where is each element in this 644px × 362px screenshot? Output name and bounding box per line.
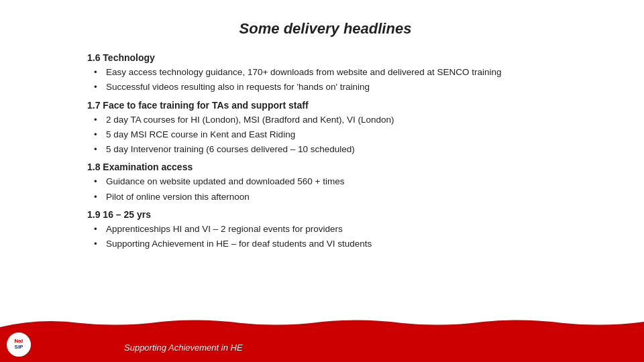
slide-title: Some delivery headlines — [87, 20, 564, 38]
list-item: 5 day MSI RCE course in Kent and East Ri… — [94, 128, 564, 141]
wave-decoration — [0, 318, 644, 327]
section-1-7: 1.7 Face to face training for TAs and su… — [87, 100, 564, 157]
list-item: Apprenticeships HI and VI – 2 regional e… — [94, 223, 564, 236]
content-area: Some delivery headlines 1.6 Technology E… — [0, 0, 644, 267]
list-item: Supporting Achievement in HE – for deaf … — [94, 237, 564, 251]
section-1-8: 1.8 Examination access Guidance on websi… — [87, 162, 564, 204]
section-1-9-label: 1.9 16 – 25 yrs — [87, 209, 151, 220]
section-1-9-heading: 1.9 16 – 25 yrs — [87, 209, 564, 220]
logo-area: Nat SIP — [7, 333, 31, 357]
list-item: Pilot of online version this afternoon — [94, 190, 564, 204]
list-item: Easy access technology guidance, 170+ do… — [94, 66, 564, 79]
section-1-8-heading: 1.8 Examination access — [87, 162, 564, 172]
section-1-8-label: 1.8 Examination access — [87, 162, 193, 172]
footer-tagline: Supporting Achievement in HE — [124, 343, 243, 353]
section-1-9: 1.9 16 – 25 yrs Apprenticeships HI and V… — [87, 209, 564, 251]
section-1-6-heading: 1.6 Technology — [87, 52, 564, 63]
section-1-7-label: 1.7 Face to face training for TAs and su… — [87, 100, 309, 111]
slide-container: Some delivery headlines 1.6 Technology E… — [0, 0, 644, 362]
section-1-6-bullets: Easy access technology guidance, 170+ do… — [94, 66, 564, 95]
section-1-7-bullets: 2 day TA courses for HI (London), MSI (B… — [94, 113, 564, 157]
section-1-8-bullets: Guidance on website updated and download… — [94, 175, 564, 204]
section-1-6: 1.6 Technology Easy access technology gu… — [87, 52, 564, 95]
section-1-6-label: 1.6 Technology — [87, 52, 155, 63]
bottom-bar: Nat SIP Supporting Achievement in HE — [0, 327, 644, 362]
section-1-7-heading: 1.7 Face to face training for TAs and su… — [87, 100, 564, 111]
list-item: Guidance on website updated and download… — [94, 175, 564, 188]
logo-bottom: SIP — [15, 345, 23, 351]
list-item: 2 day TA courses for HI (London), MSI (B… — [94, 113, 564, 127]
list-item: 5 day Intervenor training (6 courses del… — [94, 143, 564, 156]
section-1-9-bullets: Apprenticeships HI and VI – 2 regional e… — [94, 223, 564, 251]
list-item: Successful videos resulting also in requ… — [94, 80, 564, 94]
logo-circle: Nat SIP — [7, 333, 31, 357]
